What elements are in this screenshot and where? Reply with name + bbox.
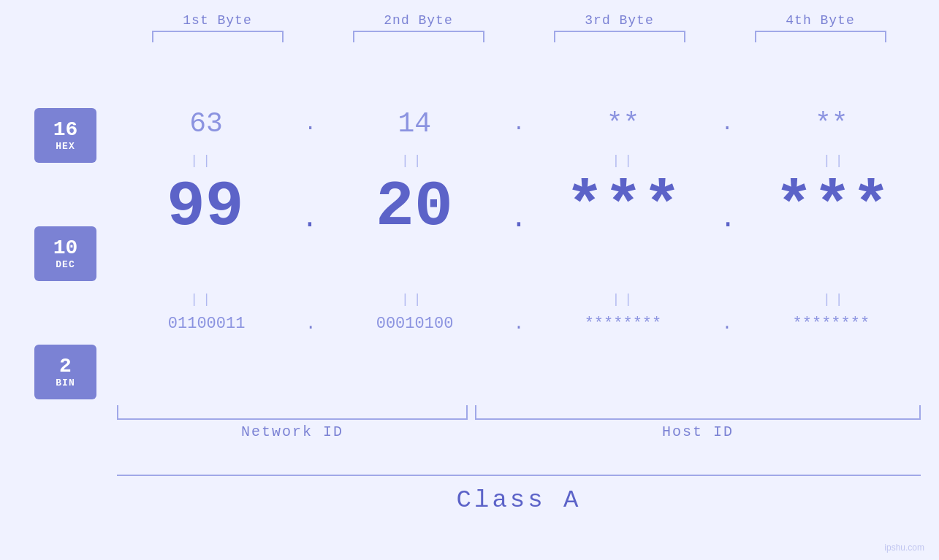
equals-row-2: || || || || <box>117 292 921 307</box>
dec-row: 99 . 20 . *** . *** <box>117 175 921 239</box>
bin-badge-number: 2 <box>59 356 72 378</box>
hex-dot-1: . <box>304 112 316 135</box>
dec-b3: *** <box>543 175 704 239</box>
bin-badge-label: BIN <box>56 377 75 388</box>
col-header-3: 3rd Byte <box>539 13 700 42</box>
dec-dot-3: . <box>720 203 737 234</box>
bin-b4: ******** <box>750 315 911 333</box>
col-header-2: 2nd Byte <box>338 13 499 42</box>
hex-dot-3: . <box>721 112 734 135</box>
hex-row: 63 . 14 . ** . ** <box>117 108 921 139</box>
hex-b3: ** <box>543 108 704 139</box>
hex-badge-number: 16 <box>53 119 78 142</box>
bin-dot-3: . <box>722 314 732 334</box>
bin-dot-1: . <box>305 314 316 334</box>
network-id-label: Network ID <box>117 423 468 440</box>
hex-b2: 14 <box>334 108 495 139</box>
bin-row: 01100011 . 00010100 . ******** . *******… <box>117 314 921 334</box>
equals-row-1: || || || || <box>117 153 921 168</box>
hex-b4: ** <box>751 108 912 139</box>
bottom-brackets <box>117 405 921 420</box>
bin-b2: 00010100 <box>335 315 495 333</box>
dec-b4: *** <box>752 175 913 239</box>
id-labels: Network ID Host ID <box>117 423 921 440</box>
network-bracket <box>117 405 468 420</box>
bin-dot-2: . <box>514 314 524 334</box>
class-label: Class A <box>117 486 921 514</box>
watermark: ipshu.com <box>884 542 924 553</box>
class-divider <box>117 475 921 476</box>
dec-b1: 99 <box>125 175 286 239</box>
hex-b1: 63 <box>126 108 286 139</box>
col-header-1: 1st Byte <box>137 13 298 42</box>
hex-badge-label: HEX <box>56 141 75 152</box>
dec-badge-label: DEC <box>56 259 75 270</box>
hex-badge: 16 HEX <box>34 108 96 163</box>
class-section: Class A <box>117 475 921 514</box>
dec-b2: 20 <box>334 175 495 239</box>
bin-b3: ******** <box>542 315 703 333</box>
col-header-4: 4th Byte <box>740 13 901 42</box>
hex-dot-2: . <box>513 112 525 135</box>
dec-badge: 10 DEC <box>34 226 96 281</box>
dec-badge-number: 10 <box>53 237 78 260</box>
bin-badge: 2 BIN <box>34 345 96 399</box>
host-bracket <box>475 405 921 420</box>
bin-b1: 01100011 <box>126 315 287 333</box>
dec-dot-1: . <box>301 203 318 234</box>
dec-dot-2: . <box>511 203 528 234</box>
host-id-label: Host ID <box>475 423 921 440</box>
